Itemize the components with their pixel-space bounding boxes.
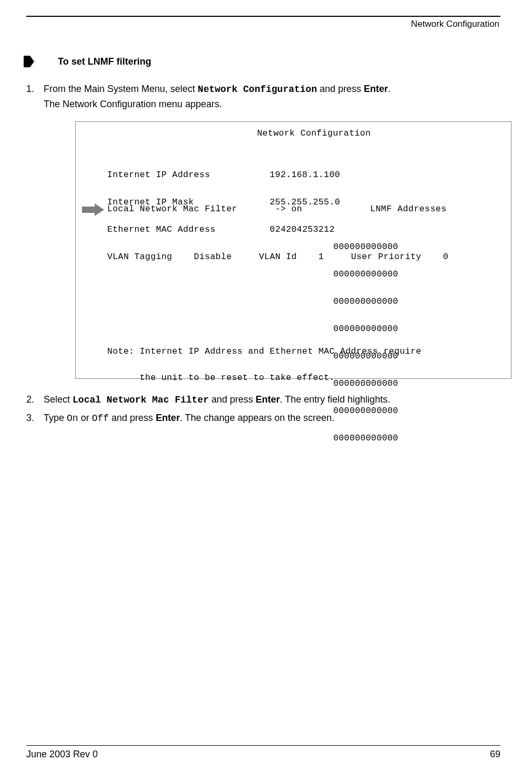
lnmf-value: on bbox=[291, 204, 302, 214]
step-1-pre: From the Main System Menu, select bbox=[44, 84, 198, 94]
procedure-header: To set LNMF filtering bbox=[24, 56, 500, 67]
arrow-pointer-icon bbox=[80, 202, 106, 217]
page-footer: June 2003 Rev 0 69 bbox=[26, 745, 500, 760]
note-line-2: the unit to be reset to take effect. bbox=[107, 374, 422, 383]
spacer bbox=[237, 204, 275, 214]
prio-value: 0 bbox=[443, 252, 448, 262]
step-2-code: Local Network Mac Filter bbox=[73, 395, 209, 405]
vlan-id-label: VLAN Id bbox=[259, 252, 296, 262]
spacer bbox=[286, 204, 291, 214]
step-3-off: Off bbox=[92, 413, 109, 424]
mac-label: Ethernet MAC Address bbox=[107, 224, 216, 234]
lnmf-addr-2: 000000000000 bbox=[333, 297, 398, 307]
step-3-post: . The change appears on the screen. bbox=[180, 413, 334, 423]
lnmf-row: Local Network Mac Filter -> on bbox=[107, 205, 302, 214]
spacer bbox=[172, 252, 194, 262]
mac-value: 024204253212 bbox=[270, 224, 335, 234]
note-line-1: Note: Internet IP Address and Ethernet M… bbox=[107, 347, 422, 356]
step-3-enter: Enter bbox=[156, 413, 180, 423]
procedure-pentagon-icon bbox=[24, 56, 34, 67]
footer-page-number: 69 bbox=[490, 749, 500, 760]
spacer bbox=[210, 170, 270, 180]
ip-label: Internet IP Address bbox=[107, 170, 210, 180]
svg-marker-0 bbox=[24, 56, 34, 67]
step-2-mid: and press bbox=[209, 394, 255, 405]
step-1-mid: and press bbox=[317, 84, 364, 94]
vlan-id-value: 1 bbox=[319, 252, 324, 262]
step-2-enter: Enter bbox=[255, 394, 280, 405]
step-1-enter: Enter bbox=[364, 84, 388, 94]
step-3-on: On bbox=[67, 413, 78, 424]
lnmf-addr-0: 000000000000 bbox=[333, 243, 398, 253]
step-2: Select Local Network Mac Filter and pres… bbox=[26, 393, 500, 407]
step-1-code: Network Configuration bbox=[198, 84, 317, 95]
lnmf-arrow: -> bbox=[275, 204, 286, 214]
terminal-screenshot: Network Configuration Internet IP Addres… bbox=[75, 121, 511, 379]
footer-divider bbox=[26, 745, 500, 746]
spacer bbox=[232, 252, 259, 262]
screen-title: Network Configuration bbox=[257, 129, 371, 138]
spacer bbox=[422, 252, 443, 262]
spacer bbox=[297, 252, 319, 262]
ip-value: 192.168.1.100 bbox=[270, 170, 340, 180]
lnmf-addr-1: 000000000000 bbox=[333, 270, 398, 280]
step-list: From the Main System Menu, select Networ… bbox=[26, 82, 500, 425]
vlan-status: Disable bbox=[194, 252, 232, 262]
step-1-sub: The Network Configuration menu appears. bbox=[44, 97, 500, 111]
step-2-post: . The entry field highlights. bbox=[280, 394, 390, 405]
footer-date: June 2003 Rev 0 bbox=[26, 749, 98, 760]
header-section-label: Network Configuration bbox=[26, 19, 500, 29]
step-3-mid: and press bbox=[109, 413, 156, 423]
vlan-label: VLAN Tagging bbox=[107, 252, 172, 262]
header-divider bbox=[26, 16, 500, 17]
spacer bbox=[216, 224, 270, 234]
step-1-post: . bbox=[388, 84, 391, 94]
step-3-or: or bbox=[78, 413, 92, 423]
step-2-pre: Select bbox=[44, 394, 73, 405]
lnmf-addr-7: 000000000000 bbox=[333, 434, 398, 444]
lnmf-label: Local Network Mac Filter bbox=[107, 204, 237, 214]
step-3: Type On or Off and press Enter. The chan… bbox=[26, 411, 500, 425]
procedure-title: To set LNMF filtering bbox=[58, 56, 151, 67]
svg-marker-1 bbox=[82, 203, 104, 216]
step-3-pre: Type bbox=[44, 413, 67, 423]
step-1: From the Main System Menu, select Networ… bbox=[26, 82, 500, 379]
lnmf-addresses-header: LNMF Addresses bbox=[370, 205, 447, 214]
note-block: Note: Internet IP Address and Ethernet M… bbox=[107, 330, 422, 399]
